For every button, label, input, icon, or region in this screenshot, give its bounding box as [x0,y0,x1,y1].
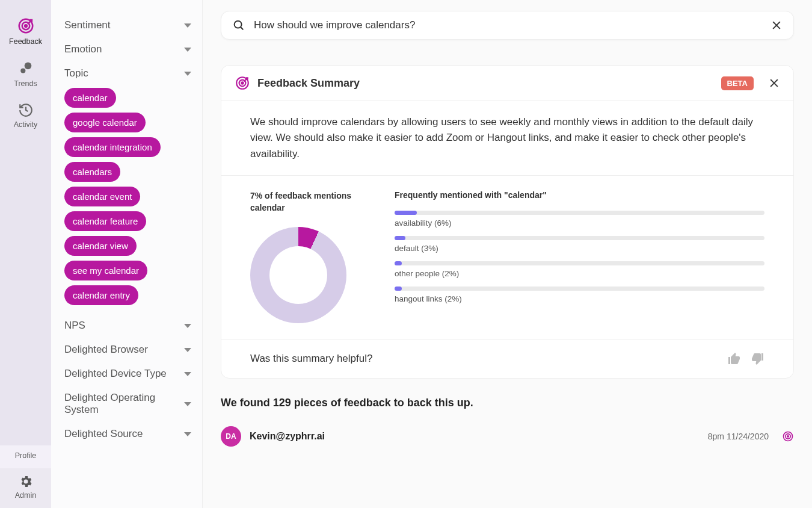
avatar: DA [221,426,241,447]
filter-device-label: Delighted Device Type [64,368,167,380]
svg-point-4 [20,68,25,73]
chevron-down-icon [184,324,191,328]
filter-device[interactable]: Delighted Device Type [64,362,195,386]
topic-chip[interactable]: calendar entry [64,285,138,305]
filter-source-label: Delighted Source [64,428,143,440]
target-icon [782,430,794,442]
donut-title: 7% of feedback mentions calendar [250,190,371,214]
thumbs-up-button[interactable] [727,352,742,366]
bar-label: default (3%) [395,244,764,253]
thumbs-down-button[interactable] [750,352,764,366]
bar-track [395,211,764,215]
freq-block: Frequently mentioned with "calendar" ava… [395,190,764,323]
feedback-time: 8pm 11/24/2020 [708,432,769,441]
filter-emotion[interactable]: Emotion [64,37,195,61]
summary-title: Feedback Summary [257,77,714,90]
search-input[interactable] [254,19,762,31]
nav-trends[interactable]: Trends [0,54,51,96]
nav-activity[interactable]: Activity [0,96,51,137]
bar-track [395,236,764,240]
beta-badge: BETA [721,76,754,90]
summary-stats: 7% of feedback mentions calendar Frequen… [221,175,793,339]
donut-chart [250,227,346,323]
svg-point-3 [24,63,31,70]
nav-profile-label: Profile [15,451,36,460]
topic-chip[interactable]: calendar event [64,187,140,206]
svg-line-6 [241,27,243,29]
topic-chip[interactable]: calendar integration [64,137,161,157]
summary-head: Feedback Summary BETA [221,66,793,101]
bar-label: hangout links (2%) [395,294,764,303]
freq-row: default (3%) [395,236,764,253]
filter-topic[interactable]: Topic [64,61,195,85]
freq-row: availability (6%) [395,211,764,228]
filter-sentiment-label: Sentiment [64,19,111,31]
target-icon [235,75,250,91]
chevron-down-icon [184,23,191,28]
svg-point-16 [787,436,789,438]
topic-chip[interactable]: calendar feature [64,211,146,231]
topic-chip[interactable]: see my calendar [64,261,147,280]
nav-profile[interactable]: Profile [0,445,51,468]
clear-search-button[interactable] [770,19,783,31]
chevron-down-icon [184,48,191,52]
nav-admin-label: Admin [15,491,36,500]
filter-os-label: Delighted Operating System [64,392,167,416]
chevron-down-icon [184,432,191,436]
feedback-entry[interactable]: DA Kevin@zyphrr.ai 8pm 11/24/2020 [221,426,794,447]
filter-topic-label: Topic [64,67,88,79]
chevron-down-icon [184,402,191,406]
filter-source[interactable]: Delighted Source [64,422,195,446]
bar-label: availability (6%) [395,218,764,228]
chevron-down-icon [184,72,191,76]
topic-chip-list: calendar google calendar calendar integr… [64,85,195,314]
donut-block: 7% of feedback mentions calendar [250,190,371,323]
nav-trends-label: Trends [14,79,37,88]
close-summary-button[interactable] [768,77,780,89]
summary-text: We should improve calendars by allowing … [221,101,793,175]
svg-point-5 [235,21,242,28]
filter-os[interactable]: Delighted Operating System [64,386,195,422]
bar-label: other people (2%) [395,269,764,278]
filter-browser-label: Delighted Browser [64,344,148,356]
summary-card: Feedback Summary BETA We should improve … [221,65,794,379]
freq-row: other people (2%) [395,261,764,278]
freq-row: hangout links (2%) [395,287,764,303]
bubbles-icon [17,60,34,77]
topic-chip[interactable]: calendars [64,162,120,182]
main-content: Feedback Summary BETA We should improve … [203,0,812,508]
summary-foot: Was this summary helpful? [221,339,793,378]
filter-browser[interactable]: Delighted Browser [64,338,195,362]
gear-icon [19,474,33,489]
bar-track [395,287,764,291]
helpful-prompt: Was this summary helpful? [250,353,372,365]
filter-sentiment[interactable]: Sentiment [64,13,195,37]
nav-feedback-label: Feedback [9,37,42,46]
nav-rail: Feedback Trends Activity Profile Admin [0,0,51,508]
bar-fill [395,236,405,240]
topic-chip[interactable]: calendar [64,88,116,108]
chevron-down-icon [184,348,191,352]
topic-chip[interactable]: google calendar [64,113,146,132]
feedback-user: Kevin@zyphrr.ai [250,431,700,442]
bar-track [395,261,764,265]
bar-fill [395,261,402,265]
bar-fill [395,287,402,291]
nav-feedback[interactable]: Feedback [0,11,51,54]
filter-nps-label: NPS [64,320,85,332]
nav-activity-label: Activity [14,120,38,129]
filter-nps[interactable]: NPS [64,314,195,338]
target-icon [17,17,35,35]
found-count: We found 129 pieces of feedback to back … [221,397,794,409]
chevron-down-icon [184,372,191,376]
search-bar [221,11,794,40]
topic-chip[interactable]: calendar view [64,236,137,256]
freq-title: Frequently mentioned with "calendar" [395,190,764,200]
svg-point-2 [25,25,27,27]
filter-emotion-label: Emotion [64,43,102,55]
filter-sidebar: Sentiment Emotion Topic calendar google … [51,0,203,508]
svg-point-11 [241,82,243,84]
history-icon [18,102,34,118]
bar-fill [395,211,417,215]
nav-admin[interactable]: Admin [0,468,51,508]
